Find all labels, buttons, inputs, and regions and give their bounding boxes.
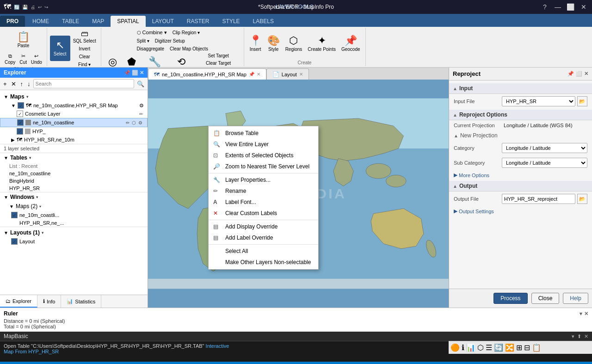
- help-btn[interactable]: ?: [540, 2, 549, 12]
- tab-table[interactable]: TABLE: [56, 16, 86, 27]
- taskbar-icon8[interactable]: ⊞: [516, 343, 522, 352]
- tab-explorer[interactable]: 🗂 Explorer: [0, 295, 37, 308]
- disaggregate-button[interactable]: Disaggregate: [135, 45, 166, 52]
- ctx-zoom-tile[interactable]: 🔎 Zoom to Nearest Tile Server Level: [209, 161, 318, 172]
- tab-style[interactable]: STYLE: [216, 16, 247, 27]
- close-reproject-button[interactable]: Close: [531, 293, 560, 304]
- ne-btn3[interactable]: ⚙: [137, 120, 143, 126]
- combine-button[interactable]: ⬡ Combine ▾: [135, 29, 169, 37]
- input-section-header[interactable]: ▲ Input: [449, 83, 592, 94]
- process-button[interactable]: Process: [493, 293, 527, 304]
- insert-button[interactable]: 📍 Insert: [247, 31, 264, 57]
- ctx-add-display[interactable]: ▤ Add Display Override: [209, 221, 318, 232]
- ctx-browse-table[interactable]: 📋 Browse Table: [209, 128, 318, 139]
- tab-spatial[interactable]: SPATIAL: [111, 16, 146, 27]
- ne-coastline-item[interactable]: ne_10m_coastline ✏ ⬡ ⚙: [0, 118, 148, 127]
- more-options-btn[interactable]: ▶ More Options: [449, 170, 592, 180]
- windows-map1-checkbox[interactable]: [11, 212, 18, 218]
- explorer-close-btn[interactable]: ✕: [140, 70, 144, 76]
- hyp-layer-item[interactable]: HYP_: [0, 127, 148, 136]
- mapbasic-close-btn[interactable]: ✕: [584, 333, 588, 339]
- digitizer-setup-button[interactable]: Digitizer Setup: [153, 37, 187, 44]
- clear-map-objects-button[interactable]: Clear Map Objects: [168, 45, 210, 52]
- map-tab-2[interactable]: 📄 Layout ✕: [266, 68, 309, 80]
- tab-labels[interactable]: LABELS: [247, 16, 280, 27]
- hyp-hr-sr-item[interactable]: ▶ 🗺 HYP_HR_SR,ne_10m: [0, 136, 148, 144]
- copy-button[interactable]: ⧉ Copy: [3, 52, 17, 66]
- ctx-view-entire[interactable]: 🔍 View Entire Layer: [209, 139, 318, 150]
- explorer-down-btn[interactable]: ↓: [26, 80, 32, 88]
- taskbar-icon3[interactable]: 📊: [466, 343, 475, 352]
- category-select[interactable]: Longitude / Latitude: [502, 143, 587, 153]
- taskbar-icon1[interactable]: 🟠: [450, 343, 460, 352]
- ne-coastline-checkbox[interactable]: [17, 119, 24, 126]
- ctx-label-font[interactable]: A Label Font...: [209, 197, 318, 208]
- tab-layout[interactable]: LAYOUT: [146, 16, 180, 27]
- tab-pro[interactable]: PRO: [0, 16, 25, 27]
- map-checkbox-1[interactable]: [18, 102, 24, 109]
- tb-icon-4[interactable]: ↩: [37, 4, 43, 10]
- taskbar-icon5[interactable]: ☰: [486, 343, 492, 352]
- tab-statistics[interactable]: 📊 Statistics: [61, 295, 101, 308]
- windows-section-header[interactable]: ▼ Windows ▾: [0, 192, 148, 202]
- layout-item-1[interactable]: Layout: [0, 237, 148, 246]
- split-button[interactable]: Split ▾: [135, 37, 151, 44]
- taskbar-icon7[interactable]: 🔀: [505, 343, 514, 352]
- reproject-options-header[interactable]: ▲ Reproject Options: [449, 110, 592, 120]
- mapbasic-popout-btn[interactable]: ⬆: [577, 333, 581, 339]
- tb-icon-1[interactable]: 🔄: [13, 4, 20, 10]
- map-tab1-pin[interactable]: 📌: [249, 72, 254, 77]
- layout1-checkbox[interactable]: [11, 238, 18, 245]
- clear-button[interactable]: Clear: [71, 53, 98, 60]
- map-tab2-close[interactable]: ✕: [299, 72, 303, 77]
- windows-maps-header[interactable]: ▼ Maps (2) ▾: [0, 202, 148, 211]
- taskbar-icon9[interactable]: ⊟: [524, 343, 530, 352]
- minimize-btn[interactable]: —: [553, 2, 562, 12]
- sql-select-button[interactable]: 🗃 SQL Select: [71, 29, 98, 44]
- tb-icon-5[interactable]: ↪: [43, 4, 49, 10]
- regions-button[interactable]: ⬡ Regions: [283, 31, 305, 57]
- ctx-select-all[interactable]: Select All: [209, 246, 318, 257]
- input-file-browse-btn[interactable]: 📂: [577, 96, 587, 106]
- maximize-btn[interactable]: ⬜: [566, 2, 575, 12]
- hyp-checkbox[interactable]: [17, 128, 23, 135]
- tables-section-header[interactable]: ▼ Tables ▾: [0, 153, 148, 162]
- explorer-pin-btn[interactable]: 📌: [124, 70, 130, 76]
- subcategory-select[interactable]: Longitude / Latitude: [502, 158, 587, 168]
- tab-raster[interactable]: RASTER: [180, 16, 216, 27]
- ne-edit-btn[interactable]: ✏: [125, 120, 130, 126]
- explorer-add-btn[interactable]: +: [2, 80, 8, 88]
- create-points-button[interactable]: ✦ Create Points: [305, 31, 338, 57]
- table-bing[interactable]: BingHybrid: [0, 177, 148, 185]
- explorer-remove-btn[interactable]: ✕: [10, 80, 18, 88]
- map-tab1-close[interactable]: ✕: [257, 72, 260, 77]
- cut-button[interactable]: ✂ Cut: [18, 52, 29, 66]
- select-button[interactable]: ↖ Select: [50, 36, 70, 61]
- input-file-select[interactable]: HYP_HR_SR: [502, 96, 575, 106]
- taskbar-icon2[interactable]: ℹ: [462, 343, 464, 352]
- help-reproject-button[interactable]: Help: [563, 293, 588, 304]
- ctx-layer-props[interactable]: 🔧 Layer Properties...: [209, 174, 318, 185]
- windows-map-1[interactable]: ne_10m_coastli...: [0, 211, 148, 219]
- cosmetic-checkbox[interactable]: [17, 111, 23, 117]
- paste-button[interactable]: 📋 Paste: [3, 29, 44, 52]
- output-file-browse-btn[interactable]: 📂: [577, 194, 587, 204]
- map-tab-1[interactable]: 🗺 ne_10m_coastline,HYP_HR_SR Map 📌 ✕: [148, 68, 266, 80]
- windows-map-2[interactable]: HYP_HR_SR,ne_...: [0, 219, 148, 227]
- tb-icon-2[interactable]: 💾: [21, 4, 29, 10]
- output-section-header[interactable]: ▲ Output: [449, 181, 592, 191]
- map-container[interactable]: SOFTPEDIA 📋 Browse Table 🔍 View Entire L…: [148, 80, 449, 308]
- output-settings-btn[interactable]: ▶ Output Settings: [449, 206, 592, 216]
- ctx-add-label[interactable]: ▤ Add Label Override: [209, 232, 318, 243]
- layouts-section-header[interactable]: ▼ Layouts (1) ▾: [0, 228, 148, 237]
- ctx-make-nonselect[interactable]: Make Other Layers Non-selectable: [209, 257, 318, 268]
- output-file-input[interactable]: [502, 194, 575, 204]
- windows-maps-dropdown[interactable]: ▾: [39, 204, 41, 209]
- close-btn[interactable]: ✕: [579, 2, 588, 12]
- ctx-rename[interactable]: ✏ Rename: [209, 185, 318, 197]
- tb-icon-3[interactable]: 🖨: [30, 4, 36, 10]
- reproject-close-btn[interactable]: ✕: [584, 71, 588, 77]
- new-proj-header[interactable]: ▲ New Projection: [449, 130, 592, 141]
- invert-button[interactable]: Invert: [71, 45, 98, 52]
- taskbar-icon10[interactable]: 📋: [532, 343, 541, 352]
